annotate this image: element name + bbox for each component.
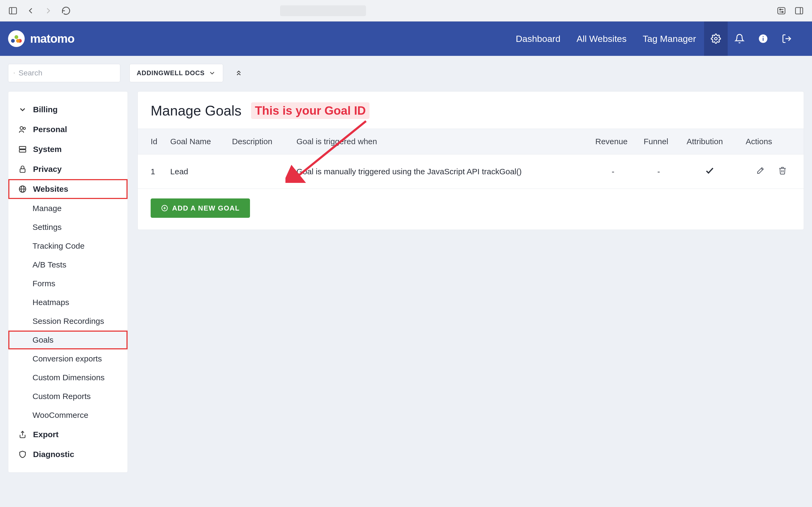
svg-point-18 <box>14 73 14 73</box>
goals-table: Id Goal Name Description Goal is trigger… <box>138 129 804 189</box>
col-header-actions: Actions <box>739 129 804 154</box>
add-goal-button[interactable]: ADD A NEW GOAL <box>151 199 250 218</box>
site-selector-label: ADDINGWELL DOCS <box>137 69 205 77</box>
brand-name: matomo <box>30 32 74 45</box>
sidebar-item-woocommerce[interactable]: WooCommerce <box>8 406 127 425</box>
globe-icon <box>18 184 27 193</box>
delete-icon[interactable] <box>778 166 787 175</box>
shield-icon <box>18 450 27 459</box>
brand-logo[interactable]: matomo <box>8 30 74 47</box>
svg-rect-7 <box>795 7 803 14</box>
chevrons-up-icon <box>235 69 243 77</box>
sidebar-item-tracking-code[interactable]: Tracking Code <box>8 237 127 256</box>
search-input[interactable] <box>18 69 115 77</box>
search-wrap[interactable] <box>8 64 120 82</box>
sidebar-label: Personal <box>33 125 67 134</box>
chevron-down-icon <box>209 69 216 77</box>
sidebar-item-conversion-exports[interactable]: Conversion exports <box>8 349 127 368</box>
cell-funnel: - <box>637 154 680 189</box>
settings-gear-icon[interactable] <box>704 21 728 56</box>
col-header-attribution: Attribution <box>680 129 739 154</box>
site-selector[interactable]: ADDINGWELL DOCS <box>129 64 223 82</box>
sidebar-item-ab-tests[interactable]: A/B Tests <box>8 256 127 274</box>
sidebar-section-websites[interactable]: Websites <box>8 179 127 199</box>
nav-all-websites[interactable]: All Websites <box>569 21 635 56</box>
cell-triggered: Goal is manually triggered using the Jav… <box>290 154 589 189</box>
collapse-button[interactable] <box>234 68 243 78</box>
sidebar-label: Billing <box>33 105 58 114</box>
sidebar-item-session-recordings[interactable]: Session Recordings <box>8 312 127 331</box>
cell-actions <box>739 154 804 189</box>
sidebar-item-goals[interactable]: Goals <box>8 331 127 349</box>
svg-rect-16 <box>763 36 763 37</box>
svg-point-6 <box>782 11 783 13</box>
users-icon <box>18 125 27 134</box>
svg-point-20 <box>20 126 23 129</box>
browser-panel-icon[interactable] <box>794 6 804 15</box>
server-icon <box>18 145 27 154</box>
browser-reload-icon[interactable] <box>61 6 71 15</box>
sidebar-section-billing[interactable]: Billing <box>8 100 127 119</box>
svg-point-21 <box>23 127 25 129</box>
table-row: 1 Lead Goal is manually triggered using … <box>138 154 804 189</box>
header-nav: Dashboard All Websites Tag Manager <box>508 21 704 56</box>
cell-name: Lead <box>164 154 226 189</box>
browser-sidebar-icon[interactable] <box>8 6 18 15</box>
sidebar-label: System <box>33 145 62 154</box>
sidebar-section-diagnostic[interactable]: Diagnostic <box>8 444 127 464</box>
sidebar-label: Privacy <box>33 165 62 174</box>
callout-annotation: This is your Goal ID <box>251 102 369 119</box>
sidebar-label: Diagnostic <box>33 450 74 459</box>
browser-url-bar[interactable] <box>280 5 366 16</box>
sidebar-item-custom-reports[interactable]: Custom Reports <box>8 387 127 406</box>
add-goal-label: ADD A NEW GOAL <box>172 204 240 212</box>
svg-point-12 <box>16 39 20 43</box>
col-header-triggered: Goal is triggered when <box>290 129 589 154</box>
browser-back-icon[interactable] <box>26 6 36 15</box>
info-icon[interactable] <box>751 21 775 56</box>
svg-point-13 <box>714 37 717 40</box>
notifications-bell-icon[interactable] <box>728 21 751 56</box>
cell-description <box>226 154 290 189</box>
main-panel: Manage Goals This is your Goal ID Id Goa… <box>137 91 804 230</box>
browser-toggles-icon[interactable] <box>776 6 786 15</box>
nav-dashboard[interactable]: Dashboard <box>508 21 569 56</box>
admin-sidebar: Billing Personal System Privacy Websites… <box>8 91 128 472</box>
svg-point-5 <box>779 9 781 10</box>
svg-rect-2 <box>777 7 785 14</box>
sidebar-section-personal[interactable]: Personal <box>8 119 127 139</box>
browser-chrome <box>0 0 812 21</box>
svg-rect-22 <box>19 146 26 149</box>
col-header-id: Id <box>138 129 164 154</box>
sidebar-section-system[interactable]: System <box>8 139 127 159</box>
sidebar-item-custom-dimensions[interactable]: Custom Dimensions <box>8 368 127 387</box>
svg-rect-0 <box>9 7 17 14</box>
col-header-description: Description <box>226 129 290 154</box>
export-icon <box>18 430 27 439</box>
chevron-down-icon <box>18 105 27 114</box>
sidebar-item-forms[interactable]: Forms <box>8 274 127 293</box>
sidebar-item-settings[interactable]: Settings <box>8 218 127 237</box>
col-header-revenue: Revenue <box>589 129 637 154</box>
sidebar-label: Export <box>33 430 59 439</box>
col-header-funnel: Funnel <box>637 129 680 154</box>
cell-revenue: - <box>589 154 637 189</box>
app-header: matomo Dashboard All Websites Tag Manage… <box>0 21 812 56</box>
sidebar-item-heatmaps[interactable]: Heatmaps <box>8 293 127 312</box>
svg-point-10 <box>14 35 18 39</box>
cell-id: 1 <box>138 154 164 189</box>
sidebar-section-privacy[interactable]: Privacy <box>8 159 127 179</box>
lock-icon <box>18 165 27 174</box>
sidebar-section-export[interactable]: Export <box>8 425 127 444</box>
edit-icon[interactable] <box>756 166 765 175</box>
sidebar-item-manage[interactable]: Manage <box>8 199 127 218</box>
logout-icon[interactable] <box>775 21 799 56</box>
nav-tag-manager[interactable]: Tag Manager <box>635 21 704 56</box>
col-header-name: Goal Name <box>164 129 226 154</box>
search-icon <box>14 69 15 77</box>
cell-attribution <box>680 154 739 189</box>
plus-circle-icon <box>161 204 168 212</box>
sidebar-label: Websites <box>33 184 68 193</box>
check-icon <box>705 168 714 177</box>
svg-rect-24 <box>20 169 25 172</box>
